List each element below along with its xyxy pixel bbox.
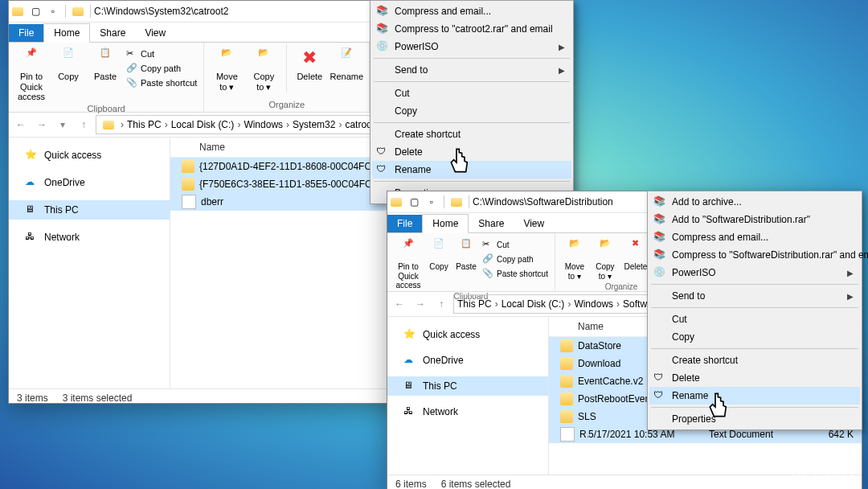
- ctx-copy[interactable]: Copy: [649, 328, 860, 346]
- delete-button[interactable]: ✖Delete: [621, 235, 650, 272]
- properties-icon[interactable]: ▢: [407, 195, 420, 208]
- watermark: UGETFIX: [792, 470, 858, 484]
- move-to-button[interactable]: 📂Move to ▾: [209, 44, 244, 92]
- status-count: 3 items: [17, 392, 48, 404]
- folder-icon: [390, 195, 403, 208]
- nav-up-button[interactable]: ↑: [75, 116, 92, 134]
- breadcrumb-seg[interactable]: System32: [293, 119, 335, 130]
- breadcrumb-seg[interactable]: Windows: [244, 119, 283, 130]
- nav-onedrive[interactable]: ☁OneDrive: [387, 351, 548, 370]
- nav-network[interactable]: 🖧Network: [9, 228, 170, 247]
- ctx-delete[interactable]: 🛡Delete: [649, 369, 860, 387]
- tab-share[interactable]: Share: [469, 215, 514, 232]
- ctx-rename[interactable]: 🛡Rename: [649, 387, 860, 405]
- status-count: 6 items: [395, 479, 427, 489]
- nav-this-pc[interactable]: 🖥This PC: [9, 200, 170, 220]
- breadcrumb-seg[interactable]: This PC: [127, 119, 162, 130]
- folder-icon: [450, 195, 463, 208]
- nav-history-button[interactable]: ▾: [54, 116, 72, 134]
- cut-button[interactable]: ✂Cut: [125, 47, 199, 60]
- tab-view[interactable]: View: [135, 24, 175, 42]
- nav-forward-button[interactable]: →: [33, 116, 51, 134]
- nav-forward-button[interactable]: →: [411, 295, 429, 313]
- nav-quick-access[interactable]: ⭐Quick access: [387, 325, 548, 344]
- window-title: C:\Windows\SoftwareDistribution: [473, 196, 613, 208]
- paste-shortcut-button[interactable]: 📎Paste shortcut: [125, 76, 199, 89]
- nav-back-button[interactable]: ←: [12, 116, 30, 134]
- tab-file[interactable]: File: [9, 24, 43, 42]
- nav-pane: ⭐Quick access ☁OneDrive 🖥This PC 🖧Networ…: [9, 138, 170, 388]
- nav-onedrive[interactable]: ☁OneDrive: [9, 173, 170, 192]
- copy-path-button[interactable]: 🔗Copy path: [481, 253, 550, 265]
- tab-share[interactable]: Share: [90, 24, 135, 42]
- ctx-delete[interactable]: 🛡Delete: [372, 143, 571, 161]
- ctx-add-named-archive[interactable]: 📚Add to "SoftwareDistribution.rar": [649, 211, 860, 228]
- paste-shortcut-button[interactable]: 📎Paste shortcut: [481, 267, 550, 280]
- rename-button[interactable]: 📝Rename: [329, 44, 364, 82]
- nav-this-pc[interactable]: 🖥This PC: [387, 376, 548, 396]
- status-selected: 3 items selected: [63, 392, 133, 404]
- tab-view[interactable]: View: [514, 215, 554, 232]
- group-label-organize: Organize: [209, 98, 364, 112]
- move-to-button[interactable]: 📂Move to ▾: [560, 235, 589, 281]
- ctx-copy[interactable]: Copy: [372, 102, 571, 120]
- nav-network[interactable]: 🖧Network: [387, 402, 548, 421]
- delete-button[interactable]: ✖Delete: [292, 44, 327, 82]
- breadcrumb-seg[interactable]: Local Disk (C:): [171, 119, 235, 130]
- ctx-create-shortcut[interactable]: Create shortcut: [649, 351, 860, 369]
- tab-home[interactable]: Home: [43, 23, 90, 43]
- ctx-compress-email[interactable]: 📚Compress and email...: [649, 228, 860, 246]
- context-menu: 📚Add to archive... 📚Add to "SoftwareDist…: [647, 191, 862, 430]
- ctx-cut[interactable]: Cut: [649, 310, 860, 328]
- folder-icon: [11, 5, 24, 18]
- ctx-poweriso[interactable]: 💿PowerISO▶: [372, 38, 571, 55]
- ctx-cut[interactable]: Cut: [372, 84, 571, 102]
- nav-back-button[interactable]: ←: [391, 295, 408, 313]
- nav-quick-access[interactable]: ⭐Quick access: [9, 146, 170, 165]
- pin-quick-access-button[interactable]: 📌Pin to Quick access: [392, 235, 424, 290]
- new-folder-quick-icon[interactable]: ▫: [425, 195, 438, 208]
- ctx-properties[interactable]: Properties: [649, 410, 860, 428]
- copy-button[interactable]: 📄Copy: [426, 235, 452, 272]
- folder-icon: [72, 5, 84, 18]
- copy-to-button[interactable]: 📂Copy to ▾: [591, 235, 620, 281]
- window-title: C:\Windows\System32\catroot2: [94, 6, 228, 17]
- ctx-send-to[interactable]: Send to▶: [649, 287, 860, 305]
- nav-pane: ⭐Quick access ☁OneDrive 🖥This PC 🖧Networ…: [387, 317, 549, 475]
- cut-button[interactable]: ✂Cut: [481, 238, 550, 251]
- ctx-compress-named-email[interactable]: 📚Compress to "catroot2.rar" and email: [372, 20, 571, 38]
- status-selected: 6 items selected: [441, 479, 511, 489]
- copy-button[interactable]: 📄Copy: [51, 44, 86, 82]
- tab-file[interactable]: File: [387, 215, 422, 232]
- copy-path-button[interactable]: 🔗Copy path: [125, 62, 199, 75]
- status-bar: 6 items 6 items selected: [387, 475, 862, 489]
- paste-button[interactable]: 📋Paste: [88, 44, 123, 82]
- ctx-compress-email[interactable]: 📚Compress and email...: [372, 2, 571, 20]
- new-folder-quick-icon[interactable]: ▫: [47, 5, 59, 18]
- tab-home[interactable]: Home: [422, 214, 469, 233]
- ctx-add-archive[interactable]: 📚Add to archive...: [649, 193, 860, 211]
- context-menu: 📚Compress and email... 📚Compress to "cat…: [370, 0, 574, 204]
- ctx-send-to[interactable]: Send to▶: [372, 61, 571, 79]
- pin-quick-access-button[interactable]: 📌Pin to Quick access: [14, 44, 49, 102]
- properties-icon[interactable]: ▢: [29, 5, 42, 18]
- copy-to-button[interactable]: 📂Copy to ▾: [246, 44, 281, 92]
- group-label-clipboard: Clipboard: [14, 102, 199, 116]
- ctx-rename[interactable]: 🛡Rename: [372, 161, 571, 179]
- nav-up-button[interactable]: ↑: [432, 295, 450, 313]
- paste-button[interactable]: 📋Paste: [453, 235, 479, 272]
- ctx-poweriso[interactable]: 💿PowerISO▶: [649, 264, 860, 281]
- ctx-compress-named-email[interactable]: 📚Compress to "SoftwareDistribution.rar" …: [649, 246, 860, 264]
- ctx-create-shortcut[interactable]: Create shortcut: [372, 125, 571, 143]
